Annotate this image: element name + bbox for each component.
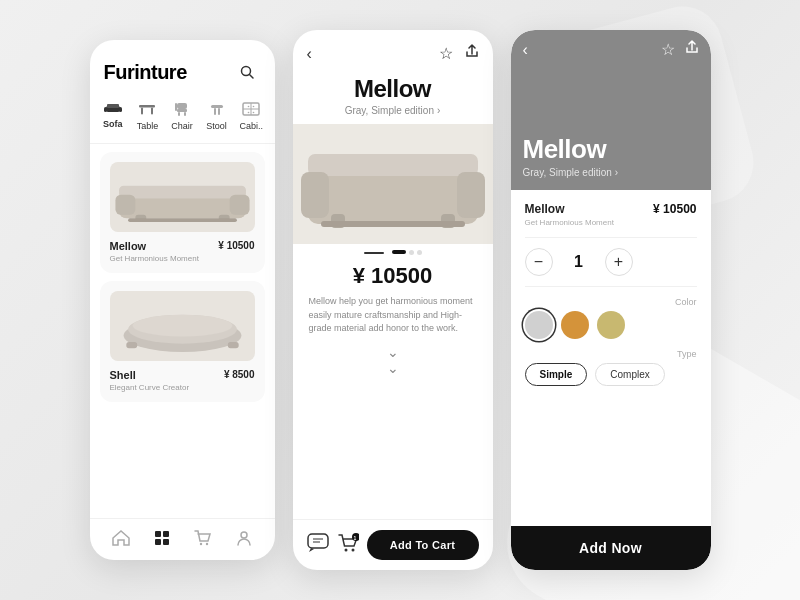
detail-header: Mellow Gray, Simple edition › xyxy=(293,71,493,124)
svg-rect-35 xyxy=(227,341,238,347)
svg-rect-44 xyxy=(308,154,478,176)
category-chair-label: Chair xyxy=(171,121,193,131)
svg-rect-4 xyxy=(119,107,122,112)
category-table[interactable]: Table xyxy=(130,98,165,135)
svg-point-33 xyxy=(132,314,232,336)
svg-rect-39 xyxy=(163,539,169,545)
s3-product-name: Mellow xyxy=(525,202,614,216)
chat-button[interactable] xyxy=(307,533,329,558)
svg-line-1 xyxy=(249,75,253,79)
detail-edition: Gray, Simple edition › xyxy=(293,105,493,116)
svg-rect-14 xyxy=(211,105,223,108)
hero-edition: Gray, Simple edition › xyxy=(523,167,699,178)
svg-point-53 xyxy=(344,548,347,551)
product-sub-shell: Elegant Curve Creator xyxy=(110,383,190,392)
svg-point-21 xyxy=(253,106,255,108)
s3-product-price: ¥ 10500 xyxy=(653,202,696,216)
hero-star-button[interactable]: ☆ xyxy=(661,40,675,59)
detail-sofa-svg xyxy=(293,124,493,244)
svg-rect-27 xyxy=(229,194,249,214)
screen-options: ‹ ☆ Mellow Gray, Simple edition › xyxy=(511,30,711,570)
color-swatch-grey[interactable] xyxy=(525,311,553,339)
hero-product-name: Mellow xyxy=(523,134,699,165)
options-body: Mellow Get Harmonious Moment ¥ 10500 − 1… xyxy=(511,190,711,526)
svg-rect-5 xyxy=(107,104,119,108)
hero-share-button[interactable] xyxy=(685,40,699,59)
dot-inactive-2 xyxy=(417,250,422,255)
svg-point-23 xyxy=(253,112,255,114)
product-card-mellow[interactable]: Mellow Get Harmonious Moment ¥ 10500 xyxy=(100,152,265,273)
category-chair[interactable]: Chair xyxy=(165,98,200,135)
svg-rect-25 xyxy=(119,185,246,198)
qty-dots xyxy=(392,250,422,255)
stool-icon xyxy=(209,102,225,118)
sofa-image-shell xyxy=(110,294,255,359)
detail-product-name: Mellow xyxy=(293,75,493,103)
svg-point-20 xyxy=(248,106,250,108)
product-img-shell xyxy=(110,291,255,361)
screen-list: Furinture Sofa xyxy=(90,40,275,560)
expand-icon[interactable]: ⌄⌄ xyxy=(293,344,493,384)
category-cabinet[interactable]: Cabi.. xyxy=(234,98,269,135)
category-sofa-label: Sofa xyxy=(103,119,123,129)
type-simple-button[interactable]: Simple xyxy=(525,363,588,386)
add-now-button[interactable]: Add Now xyxy=(511,526,711,570)
hero-back-button[interactable]: ‹ xyxy=(523,41,528,59)
color-swatch-gold[interactable] xyxy=(597,311,625,339)
cart-button[interactable]: 1 xyxy=(337,533,359,558)
user-nav-icon[interactable] xyxy=(236,530,252,550)
dot-active xyxy=(392,250,406,254)
quantity-plus-button[interactable]: + xyxy=(605,248,633,276)
category-stool-label: Stool xyxy=(206,121,227,131)
svg-rect-38 xyxy=(155,539,161,545)
divider-1 xyxy=(525,237,697,238)
svg-rect-16 xyxy=(218,108,220,115)
quantity-minus-button[interactable]: − xyxy=(525,248,553,276)
sofa-icon xyxy=(104,102,122,116)
svg-rect-50 xyxy=(308,534,328,548)
back-button[interactable]: ‹ xyxy=(307,45,312,63)
share-button[interactable] xyxy=(465,44,479,63)
type-complex-button[interactable]: Complex xyxy=(595,363,664,386)
grid-nav-icon[interactable] xyxy=(154,530,170,550)
svg-point-42 xyxy=(241,532,247,538)
star-button[interactable]: ☆ xyxy=(439,44,453,63)
svg-rect-46 xyxy=(457,172,485,218)
dot-inactive-1 xyxy=(409,250,414,255)
detail-topbar: ‹ ☆ xyxy=(293,30,493,71)
category-cabinet-label: Cabi.. xyxy=(239,121,263,131)
detail-description: Mellow help you get harmonious moment ea… xyxy=(293,295,493,344)
color-swatch-orange[interactable] xyxy=(561,311,589,339)
cart-nav-icon[interactable] xyxy=(194,530,212,550)
product-list: Mellow Get Harmonious Moment ¥ 10500 xyxy=(90,144,275,518)
search-button[interactable] xyxy=(233,58,261,86)
category-sofa[interactable]: Sofa xyxy=(96,98,131,135)
svg-rect-49 xyxy=(321,221,465,227)
product-info-mellow: Mellow Get Harmonious Moment ¥ 10500 xyxy=(110,240,255,263)
product-info-shell: Shell Elegant Curve Creator ¥ 8500 xyxy=(110,369,255,392)
bottom-nav xyxy=(90,518,275,560)
product-card-shell[interactable]: Shell Elegant Curve Creator ¥ 8500 xyxy=(100,281,265,402)
svg-point-40 xyxy=(200,542,202,544)
quantity-value: 1 xyxy=(569,253,589,271)
svg-rect-7 xyxy=(141,108,143,115)
type-options: Simple Complex xyxy=(525,363,697,386)
sofa-image-mellow xyxy=(110,165,255,230)
type-section: Type Simple Complex xyxy=(525,349,697,386)
svg-rect-37 xyxy=(163,531,169,537)
product-name-mellow: Mellow xyxy=(110,240,199,252)
svg-rect-30 xyxy=(128,218,237,222)
home-nav-icon[interactable] xyxy=(112,530,130,550)
svg-text:1: 1 xyxy=(353,534,356,540)
color-section-label: Color xyxy=(525,297,697,307)
app-title: Furinture xyxy=(104,61,187,84)
hero-title-block: Mellow Gray, Simple edition › xyxy=(523,134,699,178)
product-name-shell: Shell xyxy=(110,369,190,381)
category-stool[interactable]: Stool xyxy=(199,98,234,135)
product-price-mellow: ¥ 10500 xyxy=(218,240,254,251)
s3-name-price: Mellow Get Harmonious Moment ¥ 10500 xyxy=(525,202,697,227)
svg-rect-8 xyxy=(151,108,153,115)
svg-rect-9 xyxy=(177,103,187,109)
hero-topbar: ‹ ☆ xyxy=(511,40,711,59)
add-to-cart-button[interactable]: Add To Cart xyxy=(367,530,479,560)
